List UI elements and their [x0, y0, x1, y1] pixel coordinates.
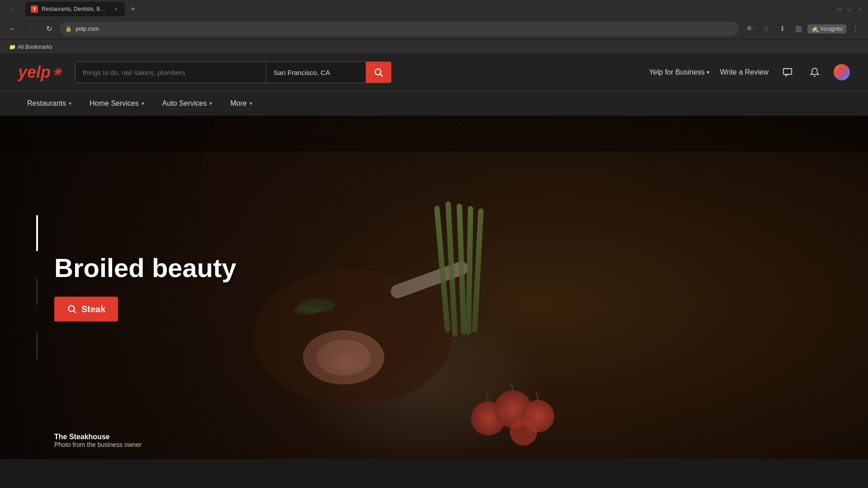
reload-button[interactable]: ↻: [42, 22, 56, 36]
hero-section: Broiled beauty Steak The Steakhouse Phot…: [0, 116, 868, 459]
chevron-down-icon: ▾: [142, 100, 144, 107]
yelp-nav: Restaurants ▾ Home Services ▾ Auto Servi…: [0, 90, 868, 116]
chevron-down-icon: ▾: [69, 100, 71, 107]
address-text: yelp.com: [75, 25, 733, 32]
yelp-logo-text: yelp: [18, 63, 51, 82]
svg-rect-28: [0, 116, 868, 152]
search-where-input[interactable]: [266, 62, 366, 83]
close-window-button[interactable]: ×: [856, 6, 863, 12]
bookmarks-bar: 📁 All Bookmarks: [0, 40, 868, 54]
chevron-down-icon: ▾: [209, 100, 212, 107]
nav-more[interactable]: More ▾: [221, 91, 261, 116]
svg-line-1: [380, 74, 382, 76]
slide-indicator-2[interactable]: [36, 278, 38, 305]
window-controls: — □ ×: [836, 6, 863, 12]
toolbar-actions: 👁 ☆ ⬇ ▥ 🕵 Incognito ⋮: [742, 22, 863, 36]
search-icon: [67, 304, 77, 314]
yelp-header: yelp ✳ Yelp for Business ▾ Write a Revie…: [0, 54, 868, 90]
steak-cta-label: Steak: [81, 304, 105, 314]
yelp-logo[interactable]: yelp ✳: [18, 63, 61, 82]
lock-icon: 🔒: [65, 26, 72, 32]
sidebar-icon[interactable]: ▥: [791, 22, 806, 36]
search-bar: [75, 61, 392, 83]
active-tab[interactable]: Y Restaurants, Dentists, Bars, Bea ×: [25, 2, 125, 16]
eye-off-icon[interactable]: 👁: [742, 22, 757, 36]
minimize-button[interactable]: —: [836, 6, 843, 12]
svg-line-30: [74, 311, 76, 313]
svg-point-0: [375, 69, 381, 75]
tab-favicon: Y: [31, 5, 38, 13]
chevron-down-icon: ▾: [250, 100, 252, 107]
tab-title: Restaurants, Dentists, Bars, Bea: [42, 6, 108, 12]
chat-icon[interactable]: [779, 64, 796, 80]
new-tab-button[interactable]: +: [127, 3, 139, 15]
browser-titlebar: ‹ Y Restaurants, Dentists, Bars, Bea × +…: [0, 0, 868, 18]
yelp-for-business-link[interactable]: Yelp for Business ▾: [649, 68, 709, 76]
nav-home-services[interactable]: Home Services ▾: [80, 91, 153, 116]
back-nav-button[interactable]: ←: [5, 22, 20, 36]
svg-point-29: [69, 306, 75, 312]
incognito-badge: 🕵 Incognito: [807, 24, 846, 33]
svg-rect-2: [783, 69, 792, 75]
header-right: Yelp for Business ▾ Write a Review: [649, 64, 850, 80]
steak-cta-button[interactable]: Steak: [54, 296, 118, 321]
write-review-link[interactable]: Write a Review: [720, 68, 769, 76]
star-icon[interactable]: ☆: [759, 22, 773, 36]
nav-restaurants[interactable]: Restaurants ▾: [18, 91, 80, 116]
slide-indicator-3[interactable]: [36, 333, 38, 360]
search-button[interactable]: [366, 62, 391, 83]
search-what-input[interactable]: [75, 62, 266, 83]
hero-content: Broiled beauty Steak: [54, 253, 236, 322]
slide-indicator-1[interactable]: [36, 215, 38, 251]
hero-caption: The Steakhouse Photo from the business o…: [54, 433, 142, 448]
user-avatar[interactable]: [834, 64, 850, 80]
yelp-burst-icon: ✳: [52, 66, 61, 79]
yelp-website: yelp ✳ Yelp for Business ▾ Write a Revie…: [0, 54, 868, 459]
hero-title: Broiled beauty: [54, 253, 236, 282]
browser-toolbar: ← → ↻ 🔒 yelp.com 👁 ☆ ⬇ ▥ 🕵 Incognito ⋮: [0, 18, 868, 40]
tab-close-button[interactable]: ×: [112, 5, 119, 13]
back-button[interactable]: ‹: [5, 2, 20, 16]
more-options-icon[interactable]: ⋮: [848, 22, 863, 36]
download-icon[interactable]: ⬇: [775, 22, 789, 36]
forward-nav-button[interactable]: →: [24, 22, 38, 36]
bookmarks-folder[interactable]: 📁 All Bookmarks: [5, 44, 56, 50]
caption-photo-credit: Photo from the business owner: [54, 441, 142, 448]
tab-bar: Y Restaurants, Dentists, Bars, Bea × +: [25, 2, 833, 16]
slide-indicators: [36, 215, 38, 360]
browser-chrome: ‹ Y Restaurants, Dentists, Bars, Bea × +…: [0, 0, 868, 54]
folder-icon: 📁: [9, 44, 16, 50]
chevron-down-icon: ▾: [707, 69, 709, 75]
caption-business-name: The Steakhouse: [54, 433, 142, 441]
address-bar[interactable]: 🔒 yelp.com: [60, 22, 739, 36]
nav-auto-services[interactable]: Auto Services ▾: [153, 91, 222, 116]
notifications-icon[interactable]: [807, 64, 823, 80]
maximize-button[interactable]: □: [846, 6, 853, 12]
